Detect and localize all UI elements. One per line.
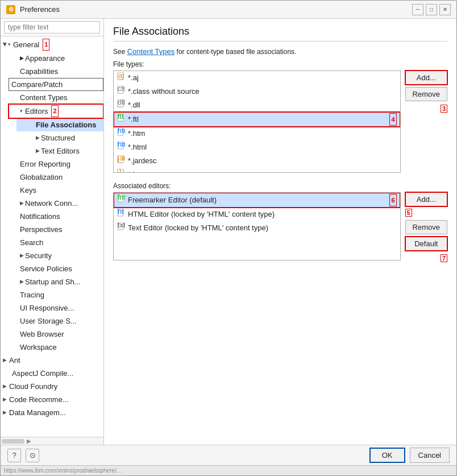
cancel-button[interactable]: Cancel: [410, 448, 450, 463]
help-button[interactable]: ?: [7, 449, 21, 462]
tree-item-general[interactable]: ▶ ▾ General 1: [1, 38, 103, 52]
arrow-appearance: ▶: [20, 53, 24, 64]
remove-editor-button[interactable]: Remove: [405, 220, 447, 234]
tree-item-appearance[interactable]: ▶ Appearance: [9, 52, 103, 65]
titlebar-controls: ─ □ ✕: [412, 4, 451, 15]
titlebar-left: ⚙ Preferences: [6, 5, 60, 14]
file-types-buttons: Add... Remove 3: [405, 71, 447, 113]
tree-item-search[interactable]: Search: [9, 236, 103, 249]
file-types-list[interactable]: aj *.aj cls *.class without source dll: [113, 71, 401, 173]
tree-item-tracing[interactable]: Tracing: [9, 288, 103, 301]
svg-text:cls: cls: [118, 86, 125, 93]
tree-label-structured: Structured: [41, 133, 75, 143]
tree-item-error-reporting[interactable]: Error Reporting: [9, 158, 103, 171]
filetype-jardesc[interactable]: jar *.jardesc: [114, 154, 400, 168]
minimize-button[interactable]: ─: [412, 4, 423, 15]
arrow-cloud-foundry: ▶: [3, 381, 7, 392]
tree-children-editors: File Associations ▶ Structured ▶ Text Ed…: [9, 118, 103, 158]
tree-label-startup: Startup and Sh...: [25, 276, 81, 287]
tree-item-capabilities[interactable]: Capabilities: [9, 65, 103, 78]
tree-item-network-conn[interactable]: ▶ Network Conn...: [9, 197, 103, 210]
tree-label-user-storage: User Storage S...: [20, 316, 77, 326]
tree-item-service-policies[interactable]: Service Policies: [9, 262, 103, 275]
maximize-button[interactable]: □: [426, 4, 437, 15]
svg-text:txt: txt: [118, 222, 125, 229]
tree-label-capabilities: Capabilities: [20, 66, 58, 77]
tree-label-general: General: [13, 39, 39, 50]
default-editor-button[interactable]: Default: [405, 237, 447, 251]
svg-text:fm: fm: [118, 194, 125, 201]
badge-editors: 2: [51, 105, 58, 117]
associated-editors-list[interactable]: fm Freemarker Editor (default) 6 ht HTML…: [113, 192, 401, 260]
arrow-editors: ▾: [20, 106, 23, 117]
content-types-link[interactable]: Content Types: [127, 47, 175, 56]
ok-button[interactable]: OK: [369, 448, 405, 463]
editor-freemarker[interactable]: fm Freemarker Editor (default) 6: [114, 193, 400, 208]
add-filetype-button[interactable]: Add...: [405, 71, 447, 85]
search-box: [1, 19, 103, 36]
editor-label-freemarker: Freemarker Editor (default): [128, 194, 217, 206]
tree-label-ui-responsive: UI Responsive...: [20, 303, 74, 313]
tree-item-content-types[interactable]: Content Types: [9, 91, 103, 104]
editor-text[interactable]: txt Text Editor (locked by 'HTML' conten…: [114, 221, 400, 235]
tree-item-startup[interactable]: ▶ Startup and Sh...: [9, 275, 103, 288]
tree-item-text-editors[interactable]: ▶ Text Editors: [16, 144, 103, 158]
tree-label-globalization: Globalization: [20, 172, 63, 183]
tree-item-data-management[interactable]: ▶ Data Managem...: [1, 406, 103, 419]
tree-label-cloud-foundry: Cloud Foundry: [9, 381, 57, 392]
filetype-aj[interactable]: aj *.aj: [114, 71, 400, 85]
tree-item-security[interactable]: ▶ Security: [9, 249, 103, 262]
tree-item-code-recomm[interactable]: ▶ Code Recomme...: [1, 393, 103, 406]
close-button[interactable]: ✕: [439, 4, 451, 15]
filetype-class[interactable]: cls *.class without source: [114, 85, 400, 98]
editor-html[interactable]: ht HTML Editor (locked by 'HTML' content…: [114, 208, 400, 221]
tree-label-content-types: Content Types: [20, 92, 68, 103]
filetype-ftl[interactable]: ftl *.ftl 4: [114, 112, 400, 127]
tree-item-ui-responsive[interactable]: UI Responsive...: [9, 301, 103, 314]
tree-item-notifications[interactable]: Notifications: [9, 210, 103, 223]
tree-children-general: ▶ Appearance Capabilities Compare/Patch …: [1, 52, 103, 354]
editor-label-text: Text Editor (locked by 'HTML' content ty…: [128, 222, 268, 234]
arrow-code-recomm: ▶: [3, 394, 7, 405]
tree-label-security: Security: [25, 250, 52, 261]
tree-item-editors[interactable]: ▾ Editors 2: [9, 104, 103, 118]
arrow-startup: ▶: [20, 276, 24, 287]
tree-label-code-recomm: Code Recomme...: [9, 394, 69, 405]
tree-item-user-storage[interactable]: User Storage S...: [9, 314, 103, 328]
tree-item-cloud-foundry[interactable]: ▶ Cloud Foundry: [1, 380, 103, 393]
filetype-java[interactable]: J *.java: [114, 168, 400, 173]
tree-item-aspectj[interactable]: AspectJ Compile...: [1, 367, 103, 380]
tree-label-network: Network Conn...: [25, 198, 78, 209]
tree-item-file-associations[interactable]: File Associations: [16, 118, 103, 131]
file-icon-class: cls: [117, 86, 125, 97]
tree-item-perspectives[interactable]: Perspectives: [9, 223, 103, 236]
filetype-label-aj: *.aj: [128, 72, 139, 84]
settings-button[interactable]: ⊙: [26, 449, 39, 462]
filetype-dll[interactable]: dll *.dll: [114, 98, 400, 112]
scrollbar-thumb-h: [2, 439, 24, 444]
page-title: File Associations: [113, 26, 447, 42]
filetype-htm[interactable]: htm *.htm: [114, 127, 400, 140]
tree-item-web-browser[interactable]: Web Browser: [9, 328, 103, 341]
file-types-label: File types:: [113, 60, 447, 68]
scroll-right-arrow[interactable]: ▶: [27, 438, 31, 444]
tree-item-structured[interactable]: ▶ Structured: [16, 131, 103, 144]
filetype-html[interactable]: htm *.html: [114, 140, 400, 154]
filetype-label-html: *.html: [128, 142, 147, 153]
tree-item-compare-patch[interactable]: Compare/Patch: [9, 78, 103, 91]
tree-label-search: Search: [20, 237, 43, 248]
tree-item-workspace[interactable]: Workspace: [9, 341, 103, 354]
file-icon-jardesc: jar: [117, 155, 125, 167]
window-title: Preferences: [20, 5, 60, 14]
main-panel: File Associations See Content Types for …: [104, 19, 456, 445]
tree-label-aspectj: AspectJ Compile...: [12, 368, 73, 379]
tree-item-globalization[interactable]: Globalization: [9, 171, 103, 184]
tree-item-ant[interactable]: ▶ Ant: [1, 354, 103, 367]
remove-filetype-button[interactable]: Remove: [405, 87, 447, 101]
tree-label-service-policies: Service Policies: [20, 263, 72, 274]
sidebar-scrollbar-h[interactable]: ▶: [1, 437, 103, 445]
filetype-label-java: *.java: [128, 169, 147, 173]
add-editor-button[interactable]: Add...: [405, 192, 447, 206]
tree-item-keys[interactable]: Keys: [9, 184, 103, 197]
filter-input[interactable]: [4, 21, 100, 34]
